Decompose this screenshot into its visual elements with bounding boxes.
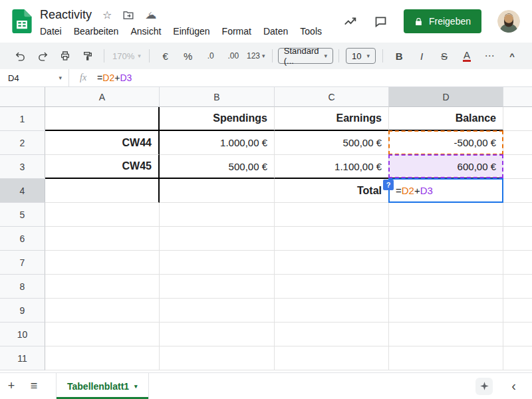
- text-color-button[interactable]: A: [456, 47, 477, 65]
- insights-icon[interactable]: [343, 14, 358, 29]
- row-header-9[interactable]: 9: [0, 299, 45, 323]
- font-size-select[interactable]: 10 ▾: [346, 48, 376, 64]
- cell-C1[interactable]: Earnings: [275, 107, 389, 131]
- cell-B8[interactable]: [160, 275, 275, 299]
- row-header-7[interactable]: 7: [0, 251, 45, 275]
- add-sheet-button[interactable]: +: [0, 379, 23, 393]
- print-icon[interactable]: [55, 47, 76, 65]
- cell-E6[interactable]: [503, 227, 532, 251]
- cell-B4[interactable]: [160, 179, 275, 203]
- strikethrough-button[interactable]: S: [434, 47, 455, 65]
- cell-A1[interactable]: [45, 107, 160, 131]
- column-header-a[interactable]: A: [45, 87, 160, 107]
- all-sheets-button[interactable]: ≡: [23, 379, 45, 393]
- menu-item-datei[interactable]: Datei: [40, 26, 62, 37]
- cell-A2[interactable]: CW44: [45, 131, 160, 155]
- menu-item-bearbeiten[interactable]: Bearbeiten: [74, 26, 119, 37]
- cell-B2[interactable]: 1.000,00 €: [160, 131, 275, 155]
- cell-A11[interactable]: [45, 346, 160, 370]
- cell-D3[interactable]: 600,00 €: [389, 155, 503, 179]
- select-all-corner[interactable]: [0, 87, 45, 107]
- paint-format-icon[interactable]: [77, 47, 98, 65]
- sheets-logo-icon[interactable]: [12, 9, 32, 33]
- cell-B10[interactable]: [160, 323, 275, 346]
- cell-D10[interactable]: [389, 323, 503, 346]
- more-formats-button[interactable]: 123 ▾: [245, 47, 267, 65]
- cell-A10[interactable]: [45, 323, 160, 346]
- cell-C7[interactable]: [275, 251, 389, 275]
- cell-B5[interactable]: [160, 203, 275, 227]
- cell-B6[interactable]: [160, 227, 275, 251]
- formula-help-badge[interactable]: ?: [383, 180, 394, 190]
- cell-D8[interactable]: [389, 275, 503, 299]
- cell-A5[interactable]: [45, 203, 160, 227]
- cell-A4[interactable]: [45, 179, 160, 203]
- row-header-2[interactable]: 2: [0, 131, 45, 155]
- menu-item-tools[interactable]: Tools: [300, 26, 322, 37]
- bold-button[interactable]: B: [388, 47, 410, 65]
- row-header-3[interactable]: 3: [0, 155, 45, 179]
- cell-B7[interactable]: [160, 251, 275, 275]
- document-title[interactable]: Reactivity: [40, 8, 92, 22]
- cell-A8[interactable]: [45, 275, 160, 299]
- number-format-select[interactable]: Standard (... ▾: [278, 48, 333, 64]
- avatar[interactable]: [497, 10, 520, 33]
- move-to-folder-icon[interactable]: [122, 9, 134, 21]
- share-button[interactable]: Freigeben: [404, 9, 481, 33]
- menu-item-format[interactable]: Format: [222, 26, 251, 37]
- cell-E5[interactable]: [503, 203, 532, 227]
- cell-D5[interactable]: [389, 203, 503, 227]
- cell-E1[interactable]: [503, 107, 532, 131]
- row-header-11[interactable]: 11: [0, 346, 45, 370]
- italic-button[interactable]: I: [411, 47, 432, 65]
- cell-C5[interactable]: [275, 203, 389, 227]
- collapse-panel-icon[interactable]: ‹: [511, 378, 516, 394]
- cell-E4[interactable]: [503, 179, 532, 203]
- cell-B3[interactable]: 500,00 €: [160, 155, 275, 179]
- row-header-8[interactable]: 8: [0, 275, 45, 299]
- row-header-6[interactable]: 6: [0, 227, 45, 251]
- cell-E8[interactable]: [503, 275, 532, 299]
- cell-C6[interactable]: [275, 227, 389, 251]
- format-currency-button[interactable]: €: [155, 47, 176, 65]
- cell-A3[interactable]: CW45: [45, 155, 160, 179]
- cell-E3[interactable]: [503, 155, 532, 179]
- name-box[interactable]: D4 ▾: [0, 69, 69, 86]
- undo-icon[interactable]: [9, 47, 31, 65]
- format-percent-button[interactable]: %: [178, 47, 199, 65]
- cell-B1[interactable]: Spendings: [160, 107, 275, 131]
- cell-C3[interactable]: 1.100,00 €: [275, 155, 389, 179]
- explore-button[interactable]: [475, 378, 493, 395]
- cell-C4[interactable]: Total: [275, 179, 389, 203]
- cell-D2[interactable]: -500,00 €: [389, 131, 503, 155]
- cell-B9[interactable]: [160, 299, 275, 323]
- cell-E7[interactable]: [503, 251, 532, 275]
- menu-item-daten[interactable]: Daten: [263, 26, 288, 37]
- star-icon[interactable]: ☆: [102, 10, 112, 21]
- cell-C9[interactable]: [275, 299, 389, 323]
- row-header-5[interactable]: 5: [0, 203, 45, 227]
- column-header-c[interactable]: C: [275, 87, 389, 107]
- menu-item-ansicht[interactable]: Ansicht: [130, 26, 161, 37]
- row-header-4[interactable]: 4: [0, 179, 45, 203]
- cell-E10[interactable]: [503, 323, 532, 346]
- sheet-tab-tabellenblatt1[interactable]: Tabellenblatt1 ▾: [56, 373, 149, 399]
- cell-C11[interactable]: [275, 346, 389, 370]
- cell-E11[interactable]: [503, 346, 532, 370]
- zoom-select[interactable]: 170% ▾: [110, 51, 144, 61]
- cell-D9[interactable]: [389, 299, 503, 323]
- cell-E9[interactable]: [503, 299, 532, 323]
- row-header-1[interactable]: 1: [0, 107, 45, 131]
- collapse-toolbar-icon[interactable]: ^: [501, 47, 523, 65]
- cell-C2[interactable]: 500,00 €: [275, 131, 389, 155]
- increase-decimals-button[interactable]: .00: [223, 47, 244, 65]
- cell-C10[interactable]: [275, 323, 389, 346]
- menu-item-einfuegen[interactable]: Einfügen: [173, 26, 209, 37]
- column-header-e-partial[interactable]: [503, 87, 532, 107]
- column-header-d[interactable]: D: [389, 87, 503, 107]
- redo-icon[interactable]: [32, 47, 53, 65]
- cell-A9[interactable]: [45, 299, 160, 323]
- cell-C8[interactable]: [275, 275, 389, 299]
- cell-D6[interactable]: [389, 227, 503, 251]
- more-toolbar-button[interactable]: ⋯: [479, 47, 500, 65]
